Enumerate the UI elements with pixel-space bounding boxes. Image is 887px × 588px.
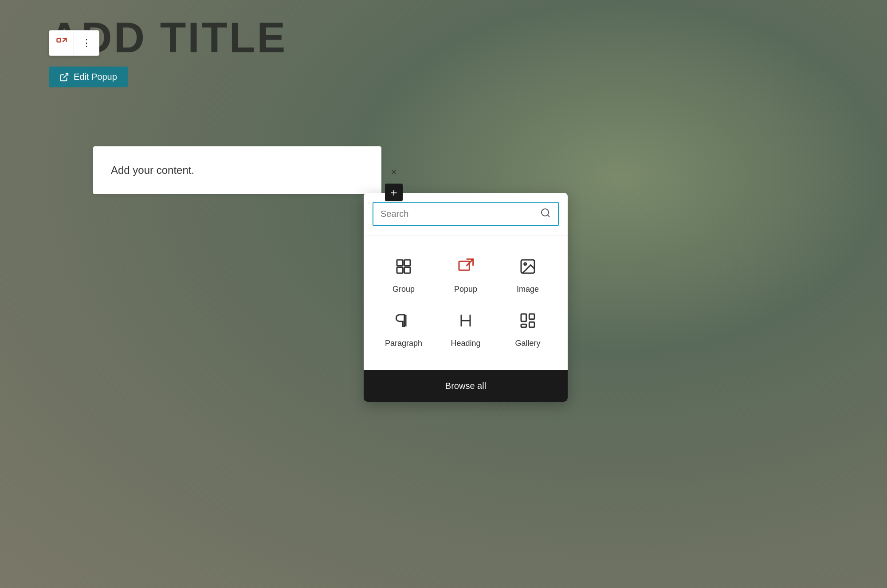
svg-rect-11: [521, 314, 526, 321]
popup-label: Popup: [454, 285, 477, 294]
search-box: [373, 202, 559, 226]
more-options-button[interactable]: ⋮: [74, 31, 99, 55]
edit-popup-label: Edit Popup: [74, 72, 117, 82]
svg-rect-5: [404, 260, 410, 266]
svg-rect-13: [529, 322, 534, 327]
svg-line-1: [63, 73, 68, 78]
content-block: Add your content.: [93, 146, 381, 194]
group-icon: [395, 258, 412, 279]
paragraph-label: Paragraph: [385, 339, 422, 348]
edit-popup-button[interactable]: Edit Popup: [49, 67, 128, 87]
search-input[interactable]: [373, 203, 533, 225]
block-grid: Group Popup Image: [364, 235, 568, 370]
svg-rect-12: [529, 314, 534, 319]
image-icon: [519, 258, 537, 279]
svg-rect-14: [521, 324, 526, 327]
svg-rect-7: [404, 267, 410, 273]
popup-icon: [457, 258, 475, 279]
block-item-paragraph[interactable]: Paragraph: [373, 303, 435, 357]
block-item-gallery[interactable]: Gallery: [497, 303, 559, 357]
heading-icon: [457, 312, 475, 333]
block-toolbar: ⋮: [49, 30, 99, 56]
svg-point-2: [542, 209, 549, 216]
block-item-popup[interactable]: Popup: [435, 249, 497, 303]
paragraph-icon: [395, 312, 412, 333]
gallery-icon: [519, 312, 537, 333]
insert-panel: Group Popup Image: [364, 193, 568, 402]
content-placeholder: Add your content.: [111, 164, 194, 176]
block-close-button[interactable]: ×: [385, 163, 403, 181]
svg-rect-4: [397, 260, 403, 266]
svg-rect-6: [397, 267, 403, 273]
block-add-button[interactable]: +: [385, 184, 403, 201]
svg-rect-8: [459, 261, 469, 270]
svg-rect-0: [57, 39, 60, 42]
add-icon: +: [390, 186, 397, 200]
edit-popup-icon: [59, 72, 69, 82]
expand-button[interactable]: [49, 31, 74, 55]
browse-all-button[interactable]: Browse all: [364, 370, 568, 402]
image-label: Image: [517, 285, 539, 294]
group-label: Group: [392, 285, 415, 294]
svg-line-3: [548, 215, 549, 216]
heading-label: Heading: [451, 339, 480, 348]
block-item-heading[interactable]: Heading: [435, 303, 497, 357]
close-icon: ×: [391, 166, 397, 178]
search-icon: [533, 208, 558, 221]
gallery-label: Gallery: [515, 339, 540, 348]
svg-point-10: [524, 263, 526, 265]
block-item-image[interactable]: Image: [497, 249, 559, 303]
block-item-group[interactable]: Group: [373, 249, 435, 303]
expand-icon: [55, 37, 68, 49]
